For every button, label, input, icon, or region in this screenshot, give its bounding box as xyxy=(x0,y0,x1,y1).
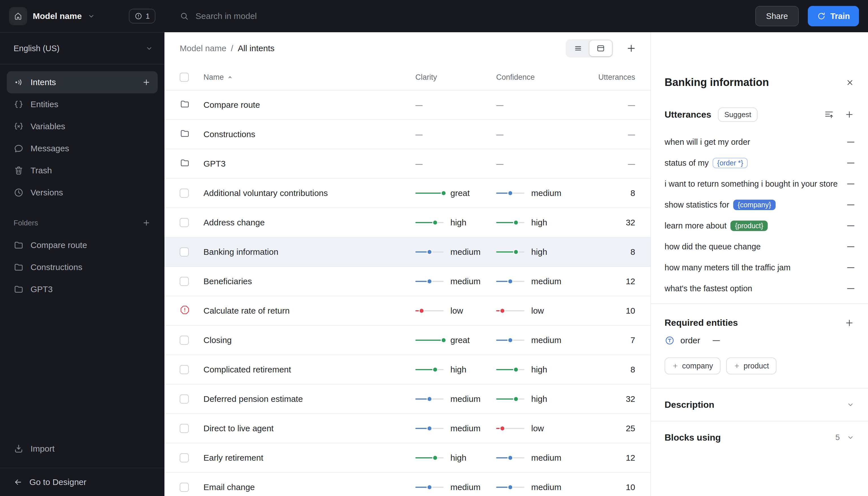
suggest-button[interactable]: Suggest xyxy=(718,107,757,122)
share-button[interactable]: Share xyxy=(755,6,799,26)
import-button[interactable]: Import xyxy=(7,438,158,460)
remove-utterance-button[interactable] xyxy=(847,246,854,247)
sidebar-folders: Compare route Constructions GPT3 xyxy=(0,234,164,300)
sidebar-item-messages[interactable]: Messages xyxy=(7,137,158,159)
intent-row[interactable]: Direct to live agent medium low25 xyxy=(164,414,650,444)
home-button[interactable] xyxy=(9,7,27,25)
intent-row[interactable]: Email change medium medium10 xyxy=(164,473,650,496)
utterance-row[interactable]: show statistics for{company} xyxy=(664,194,854,215)
row-checkbox[interactable] xyxy=(180,218,189,227)
sidebar-item-intents[interactable]: Intents xyxy=(7,71,158,93)
confidence-label: high xyxy=(531,394,547,404)
utterance-row[interactable]: status of my{order *} xyxy=(664,152,854,173)
add-intent-button[interactable] xyxy=(142,78,151,87)
go-to-designer-button[interactable]: Go to Designer xyxy=(0,468,164,496)
add-intent-button[interactable] xyxy=(626,43,637,54)
sidebar-folder-compare-route[interactable]: Compare route xyxy=(7,234,158,256)
add-entity-chip-product[interactable]: product xyxy=(726,357,776,374)
intent-row[interactable]: Closing great medium7 xyxy=(164,326,650,355)
warnings-badge[interactable]: 1 xyxy=(129,9,156,24)
list-view-button[interactable] xyxy=(567,41,590,56)
utterance-count: 8 xyxy=(586,188,635,198)
language-selector[interactable]: English (US) xyxy=(0,32,164,64)
chevron-down-icon xyxy=(847,401,854,408)
intent-row[interactable]: Address change high high32 xyxy=(164,208,650,237)
model-name[interactable]: Model name xyxy=(33,11,82,21)
column-confidence[interactable]: Confidence xyxy=(496,73,535,81)
entity-tag[interactable]: {order *} xyxy=(712,158,748,168)
breadcrumb-root[interactable]: Model name xyxy=(180,44,226,53)
utterance-row[interactable]: when will i get my order xyxy=(664,131,854,152)
close-panel-button[interactable] xyxy=(846,78,854,87)
select-all-checkbox[interactable] xyxy=(180,73,189,82)
train-button[interactable]: Train xyxy=(808,6,859,26)
row-checkbox[interactable] xyxy=(180,424,189,433)
row-checkbox[interactable] xyxy=(180,394,189,404)
header-actions xyxy=(566,39,637,58)
utterance-count: 25 xyxy=(586,423,635,433)
clarity-label: high xyxy=(450,365,466,374)
required-entity-row[interactable]: order xyxy=(664,330,854,351)
language-label: English (US) xyxy=(14,44,60,53)
chevron-down-icon[interactable] xyxy=(87,12,95,20)
intent-row[interactable]: Beneficiaries medium medium12 xyxy=(164,267,650,296)
intent-row[interactable]: Early retirement high medium12 xyxy=(164,444,650,473)
sidebar-folder-constructions[interactable]: Constructions xyxy=(7,256,158,278)
intent-row[interactable]: Deferred pension estimate medium high32 xyxy=(164,385,650,414)
intent-row[interactable]: Calculate rate of return low low10 xyxy=(164,296,650,326)
add-entity-chip-company[interactable]: company xyxy=(664,357,721,374)
utterance-row[interactable]: learn more about{product} xyxy=(664,215,854,236)
blocks-using-section[interactable]: Blocks using 5 xyxy=(664,421,854,453)
remove-entity-button[interactable] xyxy=(712,340,720,341)
column-name[interactable]: Name xyxy=(204,73,224,82)
add-required-entity-button[interactable] xyxy=(844,318,854,328)
row-checkbox[interactable] xyxy=(180,453,189,462)
sidebar-item-variables[interactable]: Variables xyxy=(7,115,158,137)
row-checkbox[interactable] xyxy=(180,365,189,374)
search-input[interactable] xyxy=(195,11,749,21)
row-checkbox[interactable] xyxy=(180,189,189,198)
entity-tag[interactable]: {company} xyxy=(733,200,776,210)
intent-row[interactable]: Complicated retirement high high8 xyxy=(164,355,650,385)
row-checkbox[interactable] xyxy=(180,247,189,257)
remove-utterance-button[interactable] xyxy=(847,288,854,289)
confidence-label: low xyxy=(531,306,544,315)
remove-utterance-button[interactable] xyxy=(847,184,854,184)
row-checkbox[interactable] xyxy=(180,277,189,286)
empty-value xyxy=(496,105,503,106)
row-checkbox[interactable] xyxy=(180,483,189,492)
sidebar-item-entities[interactable]: Entities xyxy=(7,93,158,115)
utterance-row[interactable]: how did the queue change xyxy=(664,236,854,257)
entity-tag[interactable]: {product} xyxy=(730,220,768,231)
confidence-label: medium xyxy=(531,277,561,286)
arrow-left-icon xyxy=(14,478,22,487)
column-clarity[interactable]: Clarity xyxy=(415,73,437,81)
remove-utterance-button[interactable] xyxy=(847,162,854,164)
remove-utterance-button[interactable] xyxy=(847,142,854,142)
utterance-row[interactable]: i want to return something i bought in y… xyxy=(664,173,854,194)
remove-utterance-button[interactable] xyxy=(847,204,854,205)
description-section[interactable]: Description xyxy=(664,389,854,421)
entity-list: order xyxy=(664,330,854,351)
folder-icon xyxy=(14,284,24,294)
board-view-button[interactable] xyxy=(590,41,612,56)
utterance-row[interactable]: how many meters till the traffic jam xyxy=(664,257,854,278)
row-checkbox[interactable] xyxy=(180,336,189,345)
folder-row[interactable]: Constructions xyxy=(164,120,650,149)
sidebar-item-versions[interactable]: Versions xyxy=(7,182,158,204)
sidebar-folder-gpt3[interactable]: GPT3 xyxy=(7,278,158,300)
add-utterance-button[interactable] xyxy=(844,109,854,120)
bulk-import-icon[interactable] xyxy=(824,109,834,120)
intent-row[interactable]: Banking information medium high8 xyxy=(164,237,650,267)
utterance-row[interactable]: what's the fastest option xyxy=(664,278,854,299)
intent-row[interactable]: Additional voluntary contributions great… xyxy=(164,179,650,208)
add-folder-button[interactable] xyxy=(142,218,151,227)
folder-row[interactable]: GPT3 xyxy=(164,149,650,179)
column-utterances[interactable]: Utterances xyxy=(598,73,635,81)
remove-utterance-button[interactable] xyxy=(847,267,854,268)
folder-icon xyxy=(14,262,24,272)
confidence-meter: low xyxy=(496,306,586,315)
sidebar-item-trash[interactable]: Trash xyxy=(7,159,158,182)
folder-row[interactable]: Compare route xyxy=(164,91,650,120)
remove-utterance-button[interactable] xyxy=(847,226,854,226)
